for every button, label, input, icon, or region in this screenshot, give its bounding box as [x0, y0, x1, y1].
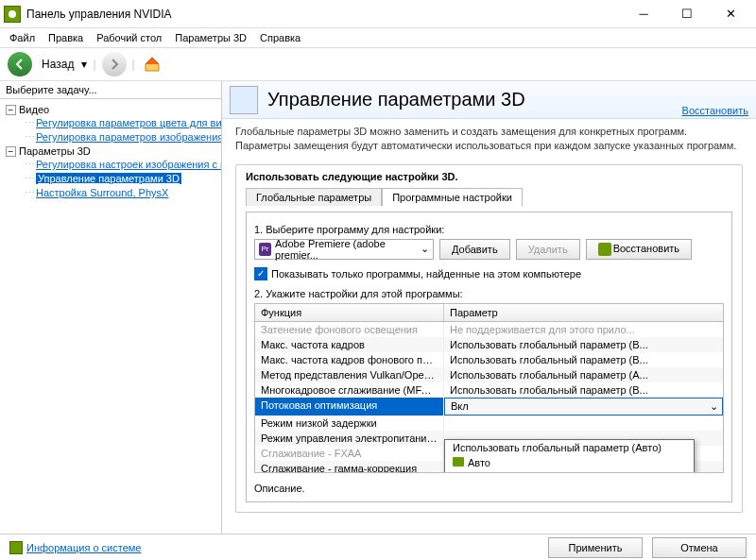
table-row[interactable]: Макс. частота кадров фонового прило...Ис… — [255, 352, 723, 367]
restore-button[interactable]: Восстановить — [586, 239, 692, 260]
step2-label: 2. Укажите настройки для этой программы: — [254, 288, 724, 299]
description-label: Описание. — [254, 483, 724, 494]
program-select[interactable]: Pr Adobe Premiere (adobe premier... ⌄ — [254, 239, 434, 260]
page-icon — [230, 86, 258, 114]
tree-item-manage-3d[interactable]: Управление параметрами 3D — [36, 173, 181, 184]
table-row[interactable]: Затенение фонового освещенияНе поддержив… — [255, 322, 723, 337]
nvidia-icon — [598, 243, 611, 256]
remove-button[interactable]: Удалить — [516, 239, 580, 260]
table-row[interactable]: Метод представления Vulkan/OpenGLИспольз… — [255, 367, 723, 382]
apply-button[interactable]: Применить — [548, 537, 643, 558]
col-function: Функция — [255, 304, 444, 321]
menubar: Файл Правка Рабочий стол Параметры 3D Сп… — [0, 28, 756, 47]
parameter-dropdown[interactable]: Использовать глобальный параметр (Авто) … — [444, 439, 695, 473]
titlebar: Панель управления NVIDIA ─ ☐ ✕ — [0, 0, 756, 28]
back-dropdown-icon[interactable]: ▾ — [81, 58, 87, 71]
adobe-premiere-icon: Pr — [259, 243, 271, 256]
nvidia-app-icon — [4, 6, 21, 23]
menu-file[interactable]: Файл — [4, 30, 41, 45]
menu-3d[interactable]: Параметры 3D — [169, 30, 252, 45]
show-only-found-checkbox[interactable]: ✓ — [254, 267, 267, 280]
minimize-button[interactable]: ─ — [622, 0, 665, 28]
program-selected: Adobe Premiere (adobe premier... — [275, 238, 421, 261]
nvidia-icon — [9, 541, 23, 554]
menu-edit[interactable]: Правка — [43, 30, 89, 45]
page-description: Глобальные параметры 3D можно заменить и… — [222, 119, 756, 159]
dropdown-option-auto[interactable]: Авто — [445, 455, 694, 470]
system-info-link[interactable]: Информация о системе — [9, 541, 539, 554]
collapse-icon[interactable]: − — [6, 105, 16, 115]
collapse-icon[interactable]: − — [6, 146, 16, 157]
tree-group-video[interactable]: −Видео — [2, 103, 219, 116]
sidebar-title: Выберите задачу... — [0, 81, 221, 99]
tree-item-image-settings[interactable]: Регулировка настроек изображения с пр — [36, 159, 221, 170]
settings-grid-header: Функция Параметр — [254, 303, 724, 322]
table-row[interactable]: Многокадровое сглаживание (MFAA)Использо… — [255, 382, 723, 398]
group-title: Использовать следующие настройки 3D. — [246, 171, 732, 182]
settings-group: Использовать следующие настройки 3D. Гло… — [235, 164, 743, 513]
menu-desktop[interactable]: Рабочий стол — [91, 30, 167, 45]
svg-point-0 — [9, 10, 16, 18]
step1-label: 1. Выберите программу для настройки: — [254, 224, 724, 235]
checkbox-label: Показывать только программы, найденные н… — [271, 268, 581, 280]
main-panel: Управление параметрами 3D Восстановить Г… — [222, 81, 756, 534]
tree-item-color-adjust[interactable]: Регулировка параметров цвета для вид — [36, 117, 221, 128]
tab-panel: 1. Выберите программу для настройки: Pr … — [246, 212, 732, 502]
settings-grid-body[interactable]: Затенение фонового освещенияНе поддержив… — [254, 322, 724, 473]
back-label: Назад — [42, 58, 74, 71]
table-row[interactable]: Макс. частота кадровИспользовать глобаль… — [255, 337, 723, 352]
settings-tabs: Глобальные параметры Программные настрой… — [246, 188, 732, 206]
tab-program[interactable]: Программные настройки — [382, 188, 523, 207]
tree-group-3d[interactable]: −Параметры 3D — [2, 144, 219, 158]
back-button[interactable] — [8, 52, 32, 76]
table-row[interactable]: Потоковая оптимизацияВкл⌄ — [255, 398, 723, 416]
table-row[interactable]: Режим низкой задержки — [255, 416, 723, 431]
add-button[interactable]: Добавить — [439, 239, 510, 260]
dropdown-option-global[interactable]: Использовать глобальный параметр (Авто) — [445, 440, 694, 455]
page-header: Управление параметрами 3D Восстановить — [222, 81, 756, 119]
task-sidebar: Выберите задачу... −Видео Регулировка па… — [0, 81, 222, 534]
nav-toolbar: Назад ▾ | | — [0, 47, 756, 81]
menu-help[interactable]: Справка — [254, 30, 306, 45]
forward-button[interactable] — [102, 52, 127, 76]
chevron-down-icon: ⌄ — [421, 243, 429, 255]
restore-defaults-link[interactable]: Восстановить — [682, 105, 748, 116]
col-parameter: Параметр — [444, 304, 723, 321]
task-tree: −Видео Регулировка параметров цвета для … — [0, 99, 221, 534]
footer: Информация о системе Применить Отмена — [0, 534, 756, 560]
tree-item-surround[interactable]: Настройка Surround, PhysX — [36, 187, 168, 198]
tab-global[interactable]: Глобальные параметры — [246, 188, 382, 206]
tree-item-image-adjust[interactable]: Регулировка параметров изображения д — [36, 131, 221, 143]
chevron-down-icon: ⌄ — [710, 400, 718, 413]
page-title: Управление параметрами 3D — [267, 89, 525, 110]
maximize-button[interactable]: ☐ — [665, 0, 709, 28]
close-button[interactable]: ✕ — [709, 0, 752, 28]
window-title: Панель управления NVIDIA — [26, 8, 622, 21]
home-button[interactable] — [141, 53, 163, 76]
cancel-button[interactable]: Отмена — [652, 537, 747, 558]
